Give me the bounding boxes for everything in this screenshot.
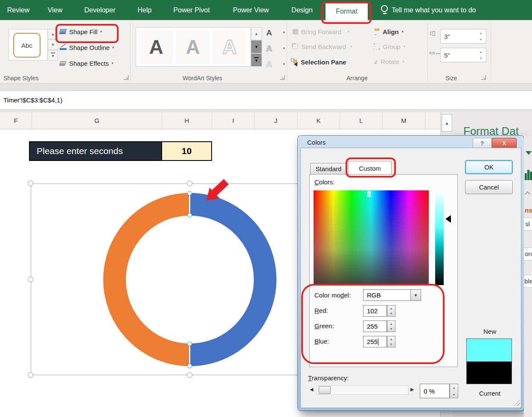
wordart-style-2[interactable]: A: [176, 30, 209, 64]
chevron-down-icon: ▾: [404, 44, 406, 49]
text-fill-button[interactable]: A▾: [266, 26, 285, 38]
resize-handle-top-middle[interactable]: [187, 181, 192, 186]
wordart-style-3[interactable]: A: [213, 30, 246, 64]
prompt-value-cell[interactable]: 10: [162, 141, 212, 161]
chevron-down-icon: ▾: [100, 29, 102, 34]
tab-standard[interactable]: Standard: [310, 163, 347, 175]
column-header-i[interactable]: I: [212, 112, 255, 129]
tab-design[interactable]: Design: [288, 0, 317, 20]
pane-chevron-icon: [525, 191, 530, 197]
resize-handle-middle-left[interactable]: [28, 277, 33, 282]
scroll-up-button[interactable]: ▲: [442, 114, 452, 132]
color-model-select[interactable]: RGB ▼: [363, 289, 421, 301]
bring-forward-icon: [293, 29, 298, 34]
colors-dialog[interactable]: Colors ? X Standard Custom Colors: Color…: [298, 136, 524, 411]
tab-view[interactable]: View: [44, 0, 66, 20]
chevron-down-icon: ▾: [283, 30, 285, 35]
prompt-label-cell[interactable]: Please enter seconds: [29, 141, 162, 161]
excel-window: { "ribbon": { "tabs": [ {"label": "Revie…: [0, 0, 532, 417]
shape-style-gallery[interactable]: Abc: [9, 29, 48, 61]
current-label: Current: [466, 390, 513, 397]
wordart-scroll-down[interactable]: ▼: [251, 40, 262, 53]
shape-height-spinner[interactable]: ▲▼: [477, 30, 485, 43]
green-input[interactable]: 255: [363, 321, 387, 332]
data-point-handle[interactable]: [187, 213, 192, 218]
data-point-handle[interactable]: [187, 341, 192, 346]
formula-bar[interactable]: Timer'!$C$3:$C$4,1): [0, 90, 532, 110]
tab-custom[interactable]: Custom: [348, 161, 392, 175]
rotate-button[interactable]: Rotate ▾: [374, 56, 421, 67]
column-header-l[interactable]: L: [340, 112, 383, 129]
cancel-button[interactable]: Cancel: [465, 180, 513, 194]
resize-handle-bottom-middle[interactable]: [187, 372, 192, 378]
chevron-down-icon: ▾: [112, 45, 114, 50]
color-gradient-picker[interactable]: [314, 190, 429, 285]
tell-me-box[interactable]: Tell me what you want to do: [392, 0, 494, 20]
column-header-m[interactable]: M: [383, 112, 425, 129]
chevron-down-icon: ▾: [111, 61, 113, 65]
pane-strip: ns sl on ble: [524, 136, 532, 417]
shape-width-spinner[interactable]: ▲▼: [477, 49, 485, 61]
align-button[interactable]: ← Align ▾: [374, 26, 416, 37]
bring-forward-button[interactable]: Bring Forward ▾: [293, 26, 366, 37]
size-dialog-launcher[interactable]: [481, 75, 486, 80]
blue-spinner[interactable]: ▲▼: [387, 336, 395, 347]
wordart-scroll-up[interactable]: ▲: [251, 27, 262, 40]
transparency-slider-track[interactable]: [317, 385, 409, 395]
column-header-k[interactable]: K: [297, 112, 340, 129]
red-spinner[interactable]: ▲▼: [387, 305, 395, 317]
resize-handle-top-left[interactable]: [28, 181, 33, 186]
data-point-handle[interactable]: [187, 191, 192, 195]
shape-effects-button[interactable]: Shape Effects ▾: [60, 57, 124, 69]
column-header-j[interactable]: J: [255, 112, 297, 129]
red-input[interactable]: 102: [363, 305, 387, 317]
blue-input[interactable]: 255: [363, 336, 387, 347]
slider-left-arrow[interactable]: ◀: [310, 387, 313, 392]
wordart-group-label: WordArt Styles: [183, 75, 222, 82]
wordart-dialog-launcher[interactable]: [280, 75, 285, 80]
tab-power-view[interactable]: Power View: [229, 0, 273, 20]
transparency-spinner[interactable]: ▲▼: [450, 384, 458, 398]
shape-styles-dialog-launcher[interactable]: [124, 75, 128, 80]
selection-pane-button[interactable]: Selection Pane: [291, 56, 363, 68]
ribbon-tab-bar: Review View Developer Help Power Pivot P…: [0, 0, 532, 20]
data-point-handle[interactable]: [187, 364, 192, 368]
column-header-f[interactable]: F: [0, 112, 32, 129]
tab-power-pivot[interactable]: Power Pivot: [169, 0, 214, 20]
tab-developer[interactable]: Developer: [79, 0, 120, 20]
wordart-more-button[interactable]: ▼: [251, 53, 262, 67]
text-outline-button[interactable]: A▾: [266, 42, 285, 54]
gallery-more-button[interactable]: ▼: [48, 50, 58, 61]
color-picker-marker[interactable]: [367, 191, 371, 197]
new-current-swatch: [466, 338, 512, 384]
luminance-bar[interactable]: [435, 190, 444, 285]
rotate-icon: [374, 59, 377, 64]
gallery-up-button[interactable]: ▲: [48, 29, 58, 39]
shape-style-preview[interactable]: Abc: [13, 33, 41, 58]
green-spinner[interactable]: ▲▼: [387, 321, 395, 332]
column-header-g[interactable]: G: [32, 112, 162, 129]
segment-split-line-bottom: [189, 343, 190, 367]
shape-fill-button[interactable]: Shape Fill ▾: [60, 26, 116, 38]
send-backward-button[interactable]: Send Backward ▾: [293, 41, 372, 52]
ok-button[interactable]: OK: [465, 160, 513, 174]
transparency-slider-thumb[interactable]: [319, 386, 331, 394]
column-header-partial[interactable]: [425, 112, 440, 129]
tab-review[interactable]: Review: [4, 0, 32, 20]
text-effects-button[interactable]: A▾: [266, 58, 285, 70]
tab-format[interactable]: Format: [326, 3, 368, 20]
wordart-gallery[interactable]: A A A: [136, 27, 251, 67]
group-button[interactable]: Group ▾: [374, 41, 421, 52]
tab-help[interactable]: Help: [134, 0, 156, 20]
shape-outline-button[interactable]: Shape Outline ▾: [60, 41, 124, 53]
dropdown-arrow-icon[interactable]: ▼: [410, 290, 421, 300]
transparency-input[interactable]: 0 %: [420, 384, 450, 398]
column-header-h[interactable]: H: [162, 112, 212, 129]
resize-handle-bottom-left[interactable]: [28, 372, 33, 378]
gallery-down-button[interactable]: ▼: [48, 39, 58, 50]
wordart-style-1[interactable]: A: [140, 30, 173, 64]
spin-down-icon: ▼: [480, 38, 483, 41]
chevron-down-icon: ▾: [283, 46, 285, 50]
luminance-arrow[interactable]: [445, 215, 451, 223]
slider-right-arrow[interactable]: ▶: [410, 387, 414, 392]
